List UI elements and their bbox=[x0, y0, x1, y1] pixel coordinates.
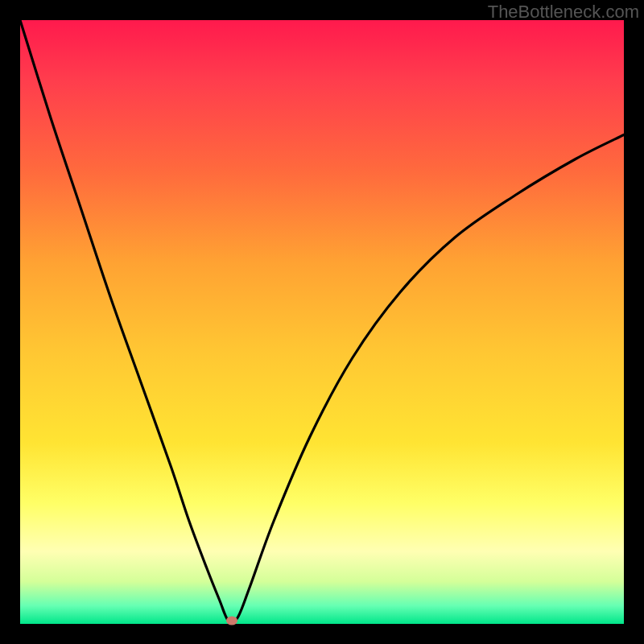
optimal-point-marker bbox=[226, 617, 237, 625]
chart-container: TheBottleneck.com bbox=[0, 0, 644, 644]
watermark-text: TheBottleneck.com bbox=[488, 2, 639, 23]
curve-svg bbox=[20, 20, 624, 624]
bottleneck-curve-path bbox=[20, 20, 624, 623]
plot-area bbox=[20, 20, 624, 624]
